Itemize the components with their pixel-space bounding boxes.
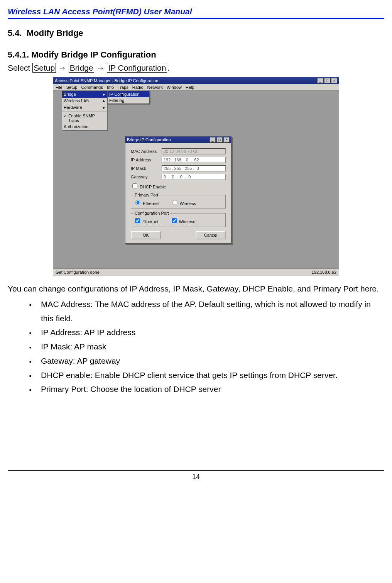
h3-title: Modify Bridge IP Configuration xyxy=(31,50,156,59)
check-label: Ethernet xyxy=(142,219,159,224)
menu-item-label: Bridge xyxy=(64,92,76,97)
menu-item-bridge[interactable]: Bridge▸ xyxy=(62,91,107,98)
radio-label: Wireless xyxy=(180,201,196,206)
menu-item-label: Hardware xyxy=(64,105,82,110)
dhcp-enable-input[interactable] xyxy=(132,183,137,188)
intro-paragraph: You can change configurations of IP Addr… xyxy=(8,283,384,295)
chevron-right-icon: ▸ xyxy=(103,92,105,97)
cancel-button[interactable]: Cancel xyxy=(196,231,226,239)
radio-ethernet[interactable] xyxy=(135,200,140,205)
primary-port-wireless[interactable]: Wireless xyxy=(171,199,196,206)
dialog-titlebar: Bridge IP Configuration _ □ × xyxy=(125,137,231,143)
arrow-icon: → xyxy=(58,63,69,72)
menu-setup[interactable]: Setup xyxy=(66,85,78,90)
chevron-right-icon: ▸ xyxy=(103,105,105,110)
dhcp-enable-label: DHCP Enable xyxy=(140,185,166,189)
page-title: Wireless LAN Access Point(RFMD) User Man… xyxy=(8,7,384,16)
minimize-button[interactable]: _ xyxy=(210,137,216,142)
list-item: MAC Address: The MAC address of the AP. … xyxy=(29,297,384,326)
gateway-field[interactable] xyxy=(162,174,226,180)
mac-field xyxy=(162,148,226,154)
menu-info[interactable]: Info xyxy=(107,85,114,90)
setup-dropdown: Bridge▸ Wireless LAN▸ Hardware▸ ✓ Enable… xyxy=(62,91,107,130)
radio-label: Ethernet xyxy=(143,201,159,206)
menu-item-label: Wireless LAN xyxy=(64,98,90,103)
list-item: Primary Port: Choose the location of DHC… xyxy=(29,382,384,397)
select-word: Select xyxy=(8,63,32,72)
gateway-label: Gateway xyxy=(131,175,162,179)
app-window: Access Point SNMP Manager - Bridge IP Co… xyxy=(53,77,339,276)
menu-help[interactable]: Help xyxy=(186,85,194,90)
submenu-item-filtering[interactable]: Filtering xyxy=(108,97,149,103)
section-heading-h2: 5.4. Modify Bridge xyxy=(8,28,384,38)
config-port-group: Configuration Port Ethernet Wireless xyxy=(131,211,226,227)
h2-number: 5.4. xyxy=(8,28,22,38)
ip-config-dialog: Bridge IP Configuration _ □ × MAC Addres… xyxy=(125,136,231,244)
primary-port-ethernet[interactable]: Ethernet xyxy=(133,199,159,206)
list-item: Gateway: AP gateway xyxy=(29,354,384,368)
h2-title: Modify Bridge xyxy=(27,28,83,38)
menu-item-authorization[interactable]: Authorization xyxy=(62,124,107,130)
nav-ipconfig: IP Configuration xyxy=(107,63,167,73)
arrow-icon: → xyxy=(96,63,107,72)
config-port-legend: Configuration Port xyxy=(133,211,170,215)
list-item: DHCP enable: Enable DHCP client service … xyxy=(29,368,384,383)
list-item: IP Address: AP IP address xyxy=(29,325,384,340)
dhcp-enable-checkbox[interactable]: DHCP Enable xyxy=(131,185,166,189)
menu-item-snmp-traps[interactable]: ✓ Enable SNMP Traps xyxy=(62,113,107,124)
ok-button[interactable]: OK xyxy=(131,231,161,239)
workspace: Bridge▸ Wireless LAN▸ Hardware▸ ✓ Enable… xyxy=(53,91,339,268)
config-port-ethernet[interactable]: Ethernet xyxy=(133,217,159,224)
status-ip: 192.168.0.62 xyxy=(312,270,336,275)
section-heading-h3: 5.4.1. Modify Bridge IP Configuration xyxy=(8,50,384,60)
menu-commands[interactable]: Commands xyxy=(81,85,103,90)
bridge-submenu: IP Configuration Filtering xyxy=(107,91,150,104)
maximize-button[interactable]: □ xyxy=(216,137,223,142)
page-number: 14 xyxy=(192,473,200,481)
check-icon: ✓ xyxy=(64,114,67,123)
menu-radio[interactable]: Radio xyxy=(132,85,144,90)
menu-traps[interactable]: Traps xyxy=(118,85,128,90)
list-item: IP Mask: AP mask xyxy=(29,340,384,354)
status-text: Get Configuration done xyxy=(56,270,100,275)
minimize-button[interactable]: _ xyxy=(317,78,323,83)
bullet-list: MAC Address: The MAC address of the AP. … xyxy=(8,297,384,397)
mask-label: IP Mask xyxy=(131,166,162,171)
ip-field[interactable] xyxy=(162,157,226,163)
nav-setup: Setup xyxy=(32,63,56,73)
window-title: Access Point SNMP Manager - Bridge IP Co… xyxy=(55,78,158,83)
submenu-item-ipconfig[interactable]: IP Configuration xyxy=(108,91,149,97)
chevron-right-icon: ▸ xyxy=(103,98,105,103)
config-port-wireless[interactable]: Wireless xyxy=(170,217,195,224)
dialog-title: Bridge IP Configuration xyxy=(127,137,171,142)
check-ethernet[interactable] xyxy=(135,218,140,223)
page-footer: 14 xyxy=(8,470,384,489)
primary-port-legend: Primary Port xyxy=(133,193,159,197)
menu-file[interactable]: File xyxy=(56,85,63,90)
statusbar: Get Configuration done 192.168.0.62 xyxy=(53,268,339,276)
menu-item-hardware[interactable]: Hardware▸ xyxy=(62,104,107,111)
menu-network[interactable]: Network xyxy=(147,85,163,90)
h3-number: 5.4.1. xyxy=(8,50,29,59)
close-button[interactable]: × xyxy=(331,78,337,83)
check-wireless[interactable] xyxy=(172,218,177,223)
menu-item-label: Enable SNMP Traps xyxy=(68,114,105,123)
maximize-button[interactable]: □ xyxy=(324,78,330,83)
menu-item-wlan[interactable]: Wireless LAN▸ xyxy=(62,98,107,104)
period: . xyxy=(167,63,169,72)
check-label: Wireless xyxy=(179,219,195,224)
ip-label: IP Address xyxy=(131,158,162,162)
mac-label: MAC Address xyxy=(131,149,162,154)
menu-window[interactable]: Window xyxy=(167,85,182,90)
primary-port-group: Primary Port Ethernet Wireless xyxy=(131,193,226,208)
close-button[interactable]: × xyxy=(223,137,230,142)
radio-wireless[interactable] xyxy=(172,200,177,205)
header-rule xyxy=(8,18,384,19)
breadcrumb-instruction: Select Setup → Bridge → IP Configuration… xyxy=(8,62,384,74)
menubar: File Setup Commands Info Traps Radio Net… xyxy=(53,84,339,91)
menu-item-label: Authorization xyxy=(64,124,88,129)
nav-bridge: Bridge xyxy=(69,63,95,73)
titlebar: Access Point SNMP Manager - Bridge IP Co… xyxy=(53,77,339,84)
mask-field[interactable] xyxy=(162,165,226,171)
